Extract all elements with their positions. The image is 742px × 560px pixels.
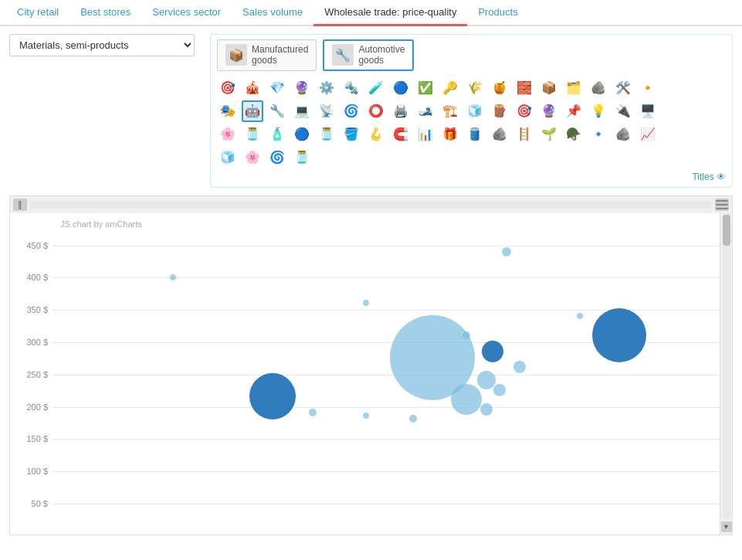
icon-cell-24[interactable]: ⭕ [365, 100, 387, 122]
icon-cell-60[interactable] [365, 147, 387, 168]
icon-cell-17[interactable]: 🔸 [637, 77, 659, 99]
bubble-6 [409, 415, 417, 423]
icon-cell-47[interactable]: 🪨 [489, 124, 510, 145]
vertical-scroll-track[interactable] [723, 212, 730, 519]
icon-cell-2[interactable]: 💎 [266, 77, 288, 99]
icon-cell-46[interactable]: 🛢️ [464, 124, 486, 145]
tab-wholesale-trade[interactable]: Wholesale trade: price-quality [313, 0, 467, 26]
automotive-icon: 🔧 [332, 44, 354, 66]
icon-cell-35[interactable]: 🖥️ [637, 100, 659, 122]
titles-link[interactable]: Titles 👁 [217, 171, 726, 182]
icon-cell-9[interactable]: 🔑 [439, 77, 461, 99]
manufactured-label: Manufacturedgoods [252, 44, 308, 66]
tab-sales-volume[interactable]: Sales volume [232, 0, 313, 26]
icon-cell-36[interactable]: 🌸 [217, 124, 239, 145]
icon-cell-62[interactable] [415, 147, 436, 168]
icon-cell-5[interactable]: 🔩 [341, 77, 362, 99]
scroll-left-handle[interactable]: ‖ [13, 199, 27, 211]
icon-cell-48[interactable]: 🪜 [513, 124, 535, 145]
grid-line-250 [53, 375, 720, 375]
icon-cell-4[interactable]: ⚙️ [316, 77, 337, 99]
icon-cell-39[interactable]: 🔵 [291, 124, 313, 145]
tab-services-sector[interactable]: Services sector [141, 0, 232, 26]
grid-line-450 [53, 246, 720, 246]
y-label-400: 400 $ [26, 273, 48, 282]
automotive-label: Automotivegoods [358, 44, 405, 66]
icon-cell-44[interactable]: 📊 [415, 124, 436, 145]
icon-cell-43[interactable]: 🧲 [390, 124, 412, 145]
icon-cell-20[interactable]: 🔧 [266, 100, 288, 122]
icon-cell-1[interactable]: 🎪 [242, 77, 263, 99]
icon-cell-21[interactable]: 💻 [291, 100, 313, 122]
grid-line-50 [53, 504, 720, 504]
tab-city-retail[interactable]: City retail [6, 0, 69, 26]
icon-cell-25[interactable]: 🖨️ [390, 100, 412, 122]
icon-cell-41[interactable]: 🪣 [341, 124, 362, 145]
y-label-250: 250 $ [26, 370, 48, 379]
icon-cell-30[interactable]: 🎯 [513, 100, 535, 122]
icon-cell-56[interactable]: 🌀 [266, 147, 288, 168]
icon-cell-37[interactable]: 🫙 [242, 124, 263, 145]
grid-line-150 [53, 439, 720, 440]
icon-cell-13[interactable]: 📦 [538, 77, 560, 99]
icon-cell-38[interactable]: 🧴 [266, 124, 288, 145]
icon-cell-3[interactable]: 🔮 [291, 77, 313, 99]
icon-cell-63[interactable] [439, 147, 461, 168]
top-scrollbar: ‖ [10, 196, 732, 213]
icon-cell-58[interactable] [316, 147, 337, 168]
icon-cell-66[interactable] [513, 147, 535, 168]
icon-cell-7[interactable]: 🔵 [390, 77, 412, 99]
icon-cell-23[interactable]: 🌀 [341, 100, 362, 122]
icon-cell-61[interactable] [390, 147, 412, 168]
y-label-350: 350 $ [26, 305, 48, 314]
category-automotive[interactable]: 🔧 Automotivegoods [323, 39, 414, 71]
icon-cell-29[interactable]: 🪵 [489, 100, 510, 122]
icon-cell-14[interactable]: 🗂️ [563, 77, 584, 99]
scroll-track[interactable] [30, 201, 712, 209]
icon-cell-51[interactable]: 🔹 [588, 124, 609, 145]
tab-best-stores[interactable]: Best stores [69, 0, 141, 26]
icon-cell-55[interactable]: 🌸 [242, 147, 263, 168]
icon-cell-53[interactable]: 📈 [637, 124, 659, 145]
icon-cell-22[interactable]: 📡 [316, 100, 337, 122]
icon-cell-31[interactable]: 🔮 [538, 100, 560, 122]
icon-cell-26[interactable]: 🎿 [415, 100, 436, 122]
icon-cell-54[interactable]: 🧊 [217, 147, 239, 168]
icon-cell-6[interactable]: 🧪 [365, 77, 387, 99]
bubble-1 [170, 274, 176, 280]
icon-cell-45[interactable]: 🎁 [439, 124, 461, 145]
icon-cell-52[interactable]: 🪨 [612, 124, 634, 145]
icon-cell-28[interactable]: 🧊 [464, 100, 486, 122]
icon-cell-19[interactable]: 🤖 [242, 100, 263, 122]
icon-cell-16[interactable]: 🛠️ [612, 77, 634, 99]
icon-cell-11[interactable]: 🍯 [489, 77, 510, 99]
icon-cell-68[interactable] [563, 147, 584, 168]
category-manufactured[interactable]: 📦 Manufacturedgoods [217, 39, 317, 71]
icon-cell-42[interactable]: 🪝 [365, 124, 387, 145]
icon-cell-34[interactable]: 🔌 [612, 100, 634, 122]
icon-cell-8[interactable]: ✅ [415, 77, 436, 99]
hamburger-icon [716, 199, 728, 210]
icon-cell-0[interactable]: 🎯 [217, 77, 239, 99]
tab-products[interactable]: Products [467, 0, 528, 26]
scroll-right-handle[interactable] [715, 199, 729, 211]
icon-cell-50[interactable]: 🪖 [563, 124, 584, 145]
icon-cell-64[interactable] [464, 147, 486, 168]
icon-cell-49[interactable]: 🌱 [538, 124, 560, 145]
icon-cell-67[interactable] [538, 147, 560, 168]
icon-cell-18[interactable]: 🎭 [217, 100, 239, 122]
icon-cell-59[interactable] [341, 147, 362, 168]
icon-cell-12[interactable]: 🧱 [513, 77, 535, 99]
icon-cell-15[interactable]: 🪨 [588, 77, 609, 99]
icon-cell-57[interactable]: 🫙 [291, 147, 313, 168]
icon-cell-69[interactable] [588, 147, 609, 168]
icon-cell-27[interactable]: 🏗️ [439, 100, 461, 122]
materials-dropdown[interactable]: Materials, semi-products [9, 34, 195, 56]
icon-cell-10[interactable]: 🌾 [464, 77, 486, 99]
scroll-down-btn[interactable]: ▼ [721, 521, 732, 532]
icon-cell-32[interactable]: 📌 [563, 100, 584, 122]
bubble-2 [363, 300, 369, 306]
icon-cell-33[interactable]: 💡 [588, 100, 609, 122]
icon-cell-65[interactable] [489, 147, 510, 168]
icon-cell-40[interactable]: 🫙 [316, 124, 337, 145]
